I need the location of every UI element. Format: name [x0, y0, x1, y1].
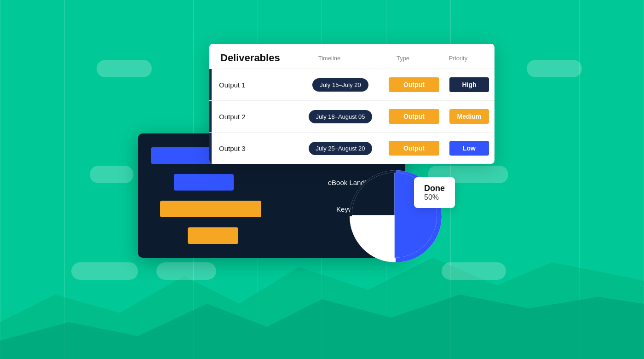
- pie-tooltip-value: 50%: [424, 193, 445, 202]
- timeline-cell-3: July 25–August 20: [297, 142, 384, 155]
- priority-badge-medium: Medium: [449, 109, 489, 124]
- gantt-bar-blue-short: [174, 174, 234, 191]
- gantt-bar-yellow-short: [188, 227, 238, 244]
- row-label-2: Output 2: [212, 113, 297, 121]
- timeline-cell-2: July 18–August 05: [297, 110, 384, 123]
- deliverables-card: Deliverables Timeline Type Priority Outp…: [209, 44, 494, 164]
- type-badge-1: Output: [389, 77, 439, 92]
- priority-cell-3: Low: [444, 133, 494, 164]
- type-cell-3: Output: [384, 133, 444, 164]
- gantt-bar-container-3: [151, 201, 329, 217]
- type-cell-2: Output: [384, 101, 444, 132]
- col-header-timeline: Timeline: [286, 55, 373, 62]
- priority-badge-high: High: [449, 77, 489, 92]
- decoration-pill-1: [97, 60, 152, 77]
- decoration-pill-7: [442, 262, 506, 280]
- decoration-pill-4: [156, 262, 216, 280]
- col-header-priority: Priority: [433, 55, 483, 62]
- table-row: Output 1 July 15–July 20 Output High: [209, 69, 494, 100]
- decoration-pill-6: [527, 60, 582, 77]
- row-label-1: Output 1: [212, 81, 297, 89]
- type-badge-3: Output: [389, 141, 439, 156]
- col-header-type: Type: [373, 55, 433, 62]
- gantt-bar-yellow-long: [160, 201, 261, 217]
- card-header: Deliverables Timeline Type Priority: [209, 44, 494, 69]
- card-title: Deliverables: [220, 52, 280, 64]
- type-badge-2: Output: [389, 109, 439, 124]
- priority-cell-2: Medium: [444, 101, 494, 132]
- priority-cell-1: High: [444, 69, 494, 100]
- row-label-3: Output 3: [212, 145, 297, 152]
- table-row: Output 3 July 25–August 20 Output Low: [209, 132, 494, 164]
- decoration-pill-3: [71, 262, 138, 280]
- timeline-pill-1: July 15–July 20: [312, 78, 368, 92]
- table-row: Output 2 July 18–August 05 Output Medium: [209, 100, 494, 132]
- pie-tooltip: Done 50%: [414, 177, 455, 208]
- priority-badge-low: Low: [449, 141, 489, 156]
- type-cell-1: Output: [384, 69, 444, 100]
- timeline-cell-1: July 15–July 20: [297, 78, 384, 92]
- gantt-bar-container-2: [151, 174, 321, 191]
- pie-tooltip-title: Done: [424, 184, 445, 193]
- decoration-pill-2: [90, 166, 133, 183]
- timeline-pill-2: July 18–August 05: [309, 110, 373, 123]
- timeline-pill-3: July 25–August 20: [309, 142, 373, 155]
